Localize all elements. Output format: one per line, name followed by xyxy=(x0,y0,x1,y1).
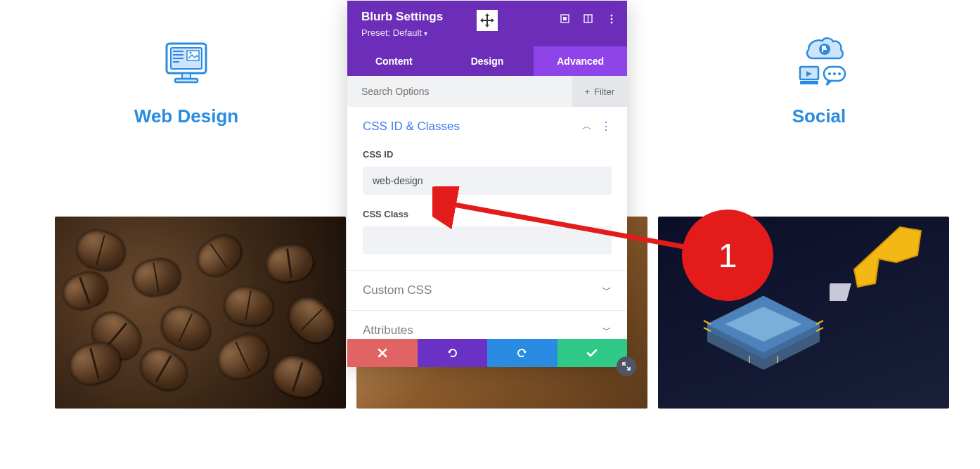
svg-point-37 xyxy=(610,21,612,23)
svg-point-17 xyxy=(833,72,836,75)
drag-handle[interactable] xyxy=(477,10,498,31)
more-icon[interactable] xyxy=(606,13,617,24)
close-button[interactable] xyxy=(347,339,418,367)
image-card-coffee xyxy=(55,217,346,409)
svg-point-18 xyxy=(838,72,841,75)
modal-header-icons xyxy=(560,13,617,24)
svg-rect-14 xyxy=(800,81,818,84)
tab-content[interactable]: Content xyxy=(347,46,441,76)
resize-handle[interactable] xyxy=(617,356,636,376)
svg-point-36 xyxy=(610,18,612,20)
svg-line-24 xyxy=(704,321,711,324)
modal-footer xyxy=(347,339,627,367)
tab-design[interactable]: Design xyxy=(441,46,534,76)
section-header-custom-css[interactable]: Custom CSS ﹀ xyxy=(347,270,627,310)
svg-line-26 xyxy=(816,321,823,324)
svg-point-35 xyxy=(610,14,612,16)
close-icon xyxy=(378,348,387,358)
modal-header: Blurb Settings Preset: Default xyxy=(347,1,627,46)
social-icon xyxy=(731,35,907,91)
check-icon xyxy=(586,349,598,357)
svg-point-7 xyxy=(190,52,192,54)
modal-tabs: Content Design Advanced xyxy=(347,46,627,76)
redo-icon xyxy=(517,347,528,359)
filter-label: Filter xyxy=(594,86,614,97)
annotation-number: 1 xyxy=(718,236,737,275)
blurb-title-left: Web Design xyxy=(98,105,274,127)
annotation-badge: 1 xyxy=(682,210,773,301)
search-input[interactable] xyxy=(347,76,572,107)
robot-arm-icon xyxy=(830,220,928,311)
svg-rect-32 xyxy=(563,17,567,20)
section-header-attributes[interactable]: Attributes ﹀ xyxy=(347,310,627,339)
modal-body: CSS ID & Classes ︿ ⋮ CSS ID CSS Class Cu… xyxy=(347,107,627,339)
undo-button[interactable] xyxy=(418,339,488,367)
section-title: Custom CSS xyxy=(363,283,432,297)
redo-button[interactable] xyxy=(487,339,557,367)
move-icon xyxy=(479,13,495,28)
svg-point-16 xyxy=(828,72,831,75)
svg-rect-9 xyxy=(175,79,198,82)
css-class-input[interactable] xyxy=(363,226,612,255)
section-title: Attributes xyxy=(363,323,413,338)
undo-icon xyxy=(446,347,458,359)
chevron-down-icon: ﹀ xyxy=(602,284,612,297)
css-id-input[interactable] xyxy=(363,167,612,195)
blurb-settings-modal: Blurb Settings Preset: Default Content D… xyxy=(347,1,627,367)
blurb-title-right: Social xyxy=(731,105,907,127)
svg-rect-20 xyxy=(830,283,851,301)
section-controls: ︿ ⋮ xyxy=(582,120,612,133)
section-title: CSS ID & Classes xyxy=(363,120,460,134)
expand-icon[interactable] xyxy=(560,13,570,24)
monitor-icon xyxy=(98,35,274,91)
kebab-icon[interactable]: ⋮ xyxy=(600,124,612,129)
section-header-css-id-classes[interactable]: CSS ID & Classes ︿ ⋮ xyxy=(347,107,627,146)
section-body-css-id-classes: CSS ID CSS Class xyxy=(347,149,627,270)
plus-icon: + xyxy=(585,86,591,97)
css-id-label: CSS ID xyxy=(363,149,612,160)
resize-icon xyxy=(621,361,631,371)
svg-marker-19 xyxy=(827,81,831,85)
blurb-web-design: Web Design xyxy=(98,35,274,127)
blurb-social: Social xyxy=(731,35,907,127)
search-row: + Filter xyxy=(347,76,627,107)
svg-rect-11 xyxy=(822,46,826,49)
chevron-down-icon: ﹀ xyxy=(602,324,612,337)
tab-advanced[interactable]: Advanced xyxy=(534,46,627,76)
snap-icon[interactable] xyxy=(583,13,593,24)
css-class-label: CSS Class xyxy=(363,209,612,219)
chevron-up-icon[interactable]: ︿ xyxy=(582,120,592,133)
filter-button[interactable]: + Filter xyxy=(572,76,627,107)
chip-icon xyxy=(700,289,827,387)
